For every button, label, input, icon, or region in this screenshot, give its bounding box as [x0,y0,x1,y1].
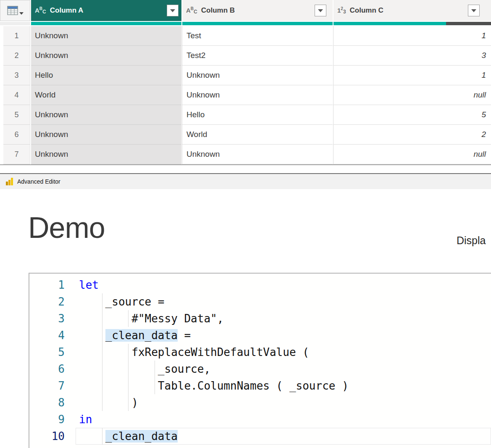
code-line[interactable]: 1let [29,277,491,293]
power-query-screen: ABC Column A ABC Column B 123 Column C 1… [0,0,491,448]
row-number[interactable]: 7 [3,145,30,164]
table-row: 5UnknownHello5 [0,105,491,125]
code-line[interactable]: 3 #"Messy Data", [29,310,491,327]
column-c-filter-button[interactable] [468,5,480,16]
column-header-c[interactable]: 123 Column C [333,0,491,21]
line-number: 1 [29,277,65,293]
grid-cell[interactable]: 3 [333,46,491,66]
column-a-filter-button[interactable] [167,5,179,16]
indent-guide [102,361,102,377]
code-text: _clean_data = [76,327,491,344]
grid-cell[interactable]: Unknown [182,145,333,164]
grid-cell[interactable]: World [31,85,181,105]
table-menu-button[interactable] [0,0,30,21]
grid-cell[interactable]: 1 [333,66,491,85]
number-type-icon: 123 [337,6,346,15]
grid-cell[interactable]: Unknown [182,85,333,105]
indent-guide [128,394,129,411]
indent-guide [128,377,129,394]
code-line[interactable]: 9in [29,411,491,428]
code-token [79,329,105,342]
grid-cell[interactable]: Unknown [31,46,181,66]
power-bi-icon [6,178,13,185]
code-text: in [76,411,491,428]
editor-lines: 1let2 _source =3 #"Messy Data",4 _clean_… [29,277,491,445]
grid-cell[interactable]: Unknown [182,66,333,85]
grid-cell[interactable]: Test2 [182,46,333,66]
table-body: 1UnknownTest12UnknownTest233HelloUnknown… [0,26,491,164]
row-number[interactable]: 6 [3,125,30,145]
code-text: let [76,277,491,293]
table-bottom-border [0,164,491,165]
line-number: 5 [29,344,65,361]
grid-cell[interactable]: Hello [31,66,181,85]
grid-cell[interactable]: 1 [333,26,491,46]
code-token: ) [79,396,138,409]
grid-cell[interactable]: World [182,125,333,145]
code-text: Table.ColumnNames ( _source ) [76,377,491,394]
grid-cell[interactable]: Unknown [31,26,181,46]
grid-cell[interactable]: Unknown [31,145,181,164]
table-row: 2UnknownTest23 [0,46,491,66]
indent-guide [102,394,102,411]
data-preview-grid: ABC Column A ABC Column B 123 Column C 1… [0,0,491,166]
grid-cell[interactable]: Unknown [31,105,181,125]
code-text: _clean_data [76,428,491,445]
code-token: fxReplaceWithDefaultValue ( [79,346,309,358]
column-a-quality-bar [31,22,181,25]
column-header-a[interactable]: ABC Column A [31,0,181,21]
column-header-b[interactable]: ABC Column B [182,0,333,21]
row-number[interactable]: 3 [3,66,30,85]
code-line[interactable]: 8 ) [29,394,491,411]
indent-guide [102,377,102,394]
code-token: _source = [79,295,165,308]
line-number: 9 [29,411,65,428]
grid-cell[interactable]: 5 [333,105,491,125]
column-b-title: Column B [201,6,235,15]
code-token: = [178,329,191,342]
row-number[interactable]: 4 [3,85,30,105]
table-row: 6UnknownWorld2 [0,125,491,145]
chevron-down-icon [318,9,323,12]
code-line[interactable]: 4 _clean_data = [29,327,491,344]
indent-guide [155,377,155,394]
grid-cell[interactable]: null [333,85,491,105]
row-number[interactable]: 2 [3,46,30,66]
code-line[interactable]: 10 _clean_data [29,428,491,445]
code-token: Table.ColumnNames ( _source ) [79,379,349,392]
grid-cell[interactable]: Test [182,26,333,46]
indent-guide [102,428,102,445]
grid-cell[interactable]: 2 [333,125,491,145]
code-line[interactable]: 2 _source = [29,293,491,310]
code-text: ) [76,394,491,411]
code-text: _source = [76,293,491,310]
grid-cell[interactable]: Hello [182,105,333,125]
code-line[interactable]: 7 Table.ColumnNames ( _source ) [29,377,491,394]
line-number: 3 [29,310,65,327]
grid-cell[interactable]: null [333,145,491,164]
code-line[interactable]: 6 _source, [29,361,491,377]
row-number[interactable]: 1 [3,26,30,46]
indent-guide [102,327,102,344]
indent-guide [102,310,102,327]
highlighted-token: _clean_data [105,329,178,342]
row-number[interactable]: 5 [3,105,30,125]
table-row: 7UnknownUnknownnull [0,145,491,164]
keyword-token: in [79,413,92,426]
code-token: #"Messy Data", [79,312,223,325]
grid-cell[interactable]: Unknown [31,125,181,145]
code-editor[interactable]: 1let2 _source =3 #"Messy Data",4 _clean_… [29,273,491,448]
line-number: 7 [29,377,65,394]
line-number: 8 [29,394,65,411]
page-title: Demo [28,212,105,244]
line-number: 10 [29,428,65,445]
indent-guide [128,310,129,327]
display-options-label[interactable]: Displa [457,235,486,247]
chevron-down-icon [19,12,24,15]
line-number: 2 [29,293,65,310]
table-icon [7,6,18,15]
advanced-editor-bar: Advanced Editor [0,173,491,189]
column-b-filter-button[interactable] [315,5,326,16]
code-line[interactable]: 5 fxReplaceWithDefaultValue ( [29,344,491,361]
code-token [79,430,105,443]
